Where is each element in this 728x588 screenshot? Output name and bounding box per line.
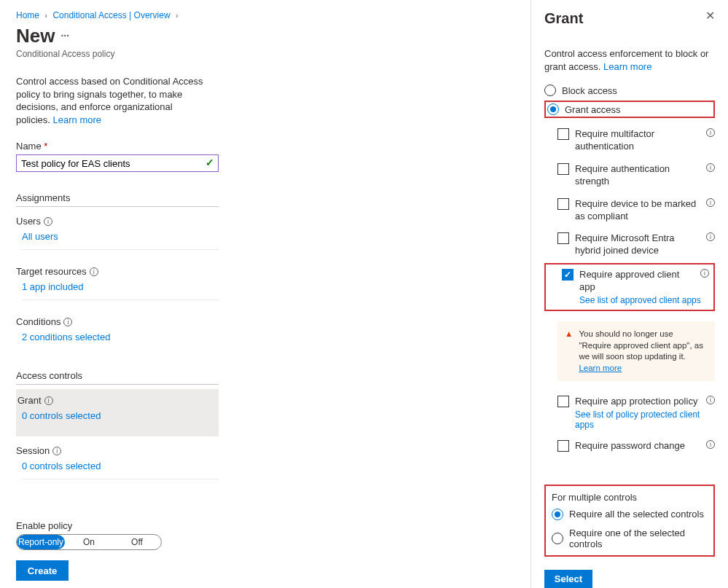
breadcrumb-home[interactable]: Home bbox=[16, 10, 39, 20]
users-label: Users bbox=[16, 216, 41, 227]
grant-access-radio[interactable]: Grant access bbox=[547, 103, 621, 115]
more-actions-icon[interactable]: ··· bbox=[60, 30, 69, 42]
users-value[interactable]: All users bbox=[22, 231, 219, 250]
require-app-protection-checkbox[interactable]: Require app protection policy i bbox=[544, 396, 715, 408]
page-description: Control access based on Conditional Acce… bbox=[16, 75, 206, 126]
chevron-right-icon: › bbox=[44, 11, 47, 20]
breadcrumb: Home › Conditional Access | Overview › bbox=[16, 10, 514, 20]
info-icon[interactable]: i bbox=[706, 198, 715, 207]
create-button[interactable]: Create bbox=[16, 560, 69, 581]
session-label: Session bbox=[16, 445, 50, 456]
toggle-report-only[interactable]: Report-only bbox=[17, 535, 65, 549]
name-input[interactable] bbox=[16, 154, 219, 172]
name-label: Name * bbox=[16, 141, 514, 152]
learn-more-link[interactable]: Learn more bbox=[53, 114, 101, 125]
breadcrumb-conditional-access[interactable]: Conditional Access | Overview bbox=[52, 10, 170, 20]
protected-apps-link[interactable]: See list of policy protected client apps bbox=[575, 409, 715, 430]
require-one-radio[interactable]: Require one of the selected controls bbox=[552, 528, 708, 549]
block-access-radio[interactable]: Block access bbox=[544, 85, 715, 96]
info-icon[interactable]: i bbox=[706, 396, 715, 404]
info-icon[interactable]: i bbox=[706, 232, 715, 241]
warning-icon: ▲ bbox=[565, 329, 573, 374]
require-all-radio[interactable]: Require all the selected controls bbox=[552, 509, 708, 520]
info-icon[interactable]: i bbox=[52, 447, 61, 455]
info-icon[interactable]: i bbox=[706, 440, 715, 449]
check-icon: ✓ bbox=[206, 157, 214, 168]
access-controls-heading: Access controls bbox=[16, 370, 219, 385]
conditions-label: Conditions bbox=[16, 316, 60, 327]
require-compliant-device-checkbox[interactable]: Require device to be marked as compliant… bbox=[544, 198, 715, 223]
enable-policy-toggle[interactable]: Report-only On Off bbox=[16, 534, 162, 550]
session-value[interactable]: 0 controls selected bbox=[22, 460, 219, 479]
enable-policy-label: Enable policy bbox=[16, 520, 219, 531]
close-icon[interactable]: ✕ bbox=[705, 10, 715, 22]
require-mfa-checkbox[interactable]: Require multifactor authentication i bbox=[544, 128, 715, 153]
info-icon[interactable]: i bbox=[63, 318, 72, 326]
info-icon[interactable]: i bbox=[700, 269, 709, 278]
require-password-change-checkbox[interactable]: Require password change i bbox=[544, 440, 715, 452]
panel-learn-more-link[interactable]: Learn more bbox=[603, 61, 651, 72]
target-resources-label: Target resources bbox=[16, 266, 87, 277]
panel-title: Grant bbox=[544, 10, 583, 27]
info-icon[interactable]: i bbox=[90, 267, 98, 276]
toggle-on[interactable]: On bbox=[65, 535, 113, 549]
grant-row[interactable]: Grant i 0 controls selected bbox=[16, 389, 219, 436]
require-hybrid-joined-checkbox[interactable]: Require Microsoft Entra hybrid joined de… bbox=[544, 232, 715, 257]
conditions-value[interactable]: 2 conditions selected bbox=[22, 332, 219, 350]
info-icon[interactable]: i bbox=[44, 396, 53, 405]
approved-apps-link[interactable]: See list of approved client apps bbox=[579, 295, 709, 305]
require-auth-strength-checkbox[interactable]: Require authentication strength i bbox=[544, 163, 715, 188]
info-icon[interactable]: i bbox=[44, 217, 52, 226]
grant-label: Grant bbox=[17, 395, 42, 406]
grant-value[interactable]: 0 controls selected bbox=[22, 410, 219, 428]
info-icon[interactable]: i bbox=[706, 163, 715, 172]
chevron-right-icon: › bbox=[176, 11, 179, 20]
warning-learn-more-link[interactable]: Learn more bbox=[579, 364, 622, 372]
toggle-off[interactable]: Off bbox=[113, 535, 161, 549]
multiple-controls-heading: For multiple controls bbox=[552, 492, 708, 503]
assignments-heading: Assignments bbox=[16, 192, 219, 207]
deprecation-warning: ▲ You should no longer use "Require appr… bbox=[557, 321, 715, 381]
page-subtitle: Conditional Access policy bbox=[16, 49, 514, 59]
require-approved-client-app-checkbox[interactable]: ✓Require approved client app i bbox=[549, 269, 709, 294]
panel-description: Control access enforcement to block or g… bbox=[544, 47, 715, 73]
page-title: New··· bbox=[16, 25, 514, 47]
select-button[interactable]: Select bbox=[544, 570, 592, 588]
info-icon[interactable]: i bbox=[706, 128, 715, 137]
target-resources-value[interactable]: 1 app included bbox=[22, 281, 219, 300]
